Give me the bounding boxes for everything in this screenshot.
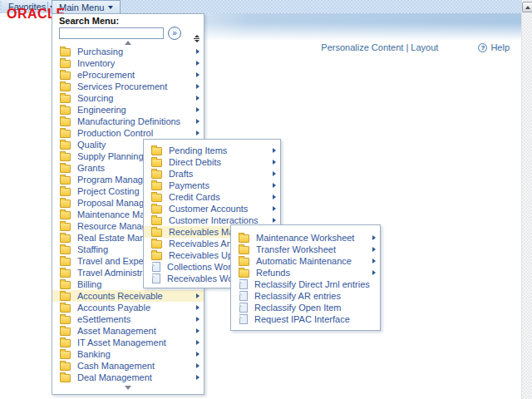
menu-item-label: eProcurement [77, 70, 135, 80]
submenu-arrow-icon [273, 160, 276, 165]
menu-item[interactable]: Reclassify Open Item [231, 302, 380, 313]
folder-icon [60, 153, 71, 161]
menu-item[interactable]: Reclassify Direct Jrnl entries [231, 278, 380, 290]
menu-item[interactable]: Automatic Maintenance [231, 255, 380, 267]
menu-item[interactable]: Reclassify AR entries [231, 290, 380, 302]
menu-item[interactable]: IT Asset Management [52, 337, 204, 348]
menu-item[interactable]: Production Control [52, 127, 204, 139]
folder-icon [60, 106, 71, 115]
menu-item-label: Payments [169, 180, 209, 190]
menu-item[interactable]: Drafts [144, 168, 280, 180]
menu-scroll-down[interactable] [52, 383, 204, 392]
folder-icon [151, 194, 162, 202]
document-icon [239, 291, 248, 301]
menu-item[interactable]: Pending Items [144, 145, 280, 156]
submenu-arrow-icon [196, 305, 200, 310]
menu-item-label: Maintenance Worksheet [256, 233, 354, 243]
menu-item-label: Purchasing [77, 47, 123, 57]
folder-icon [60, 83, 71, 91]
menu-item[interactable]: Services Procurement [52, 81, 204, 92]
menu-resize-handle[interactable] [194, 35, 200, 42]
folder-icon [60, 269, 71, 278]
menu-item-label: Pending Items [169, 145, 227, 155]
folder-icon [239, 246, 249, 254]
menu-item[interactable]: Payments [144, 180, 280, 191]
submenu-arrow-icon [196, 96, 200, 101]
scroll-up-icon [525, 6, 530, 9]
menu-item[interactable]: eProcurement [52, 69, 204, 81]
submenu-arrow-icon [372, 247, 376, 252]
menu-item-label: Cash Management [77, 361, 155, 371]
menu-item[interactable]: Asset Management [52, 325, 204, 337]
folder-icon [60, 141, 71, 150]
submenu-arrow-icon [196, 61, 200, 66]
menu-item-label: Asset Management [77, 326, 156, 336]
vertical-scrollbar[interactable] [521, 0, 532, 399]
menu-item-label: Deal Management [77, 372, 152, 382]
folder-icon [151, 252, 162, 260]
menu-item[interactable]: Cash Management [52, 360, 204, 372]
folder-icon [60, 234, 71, 243]
menu-item[interactable]: Banking [52, 348, 204, 360]
scroll-down-icon [125, 386, 131, 390]
menu-item[interactable]: Refunds [231, 267, 380, 278]
folder-icon [60, 165, 71, 173]
menu-item-label: Supply Planning [77, 151, 144, 161]
help-link[interactable]: ? Help [478, 42, 510, 52]
submenu-arrow-icon [196, 293, 200, 298]
submenu-arrow-icon [196, 131, 200, 135]
document-icon [152, 273, 160, 283]
folder-icon [60, 304, 71, 313]
folder-icon [151, 240, 162, 249]
menu-item[interactable]: Direct Debits [144, 156, 280, 168]
folder-icon [60, 176, 71, 185]
folder-icon [239, 258, 249, 266]
menu-item[interactable]: Purchasing [52, 46, 204, 57]
menu-item[interactable]: Credit Cards [144, 191, 280, 203]
menu-search-input[interactable] [59, 27, 164, 39]
menu-item-label: Services Procurement [77, 81, 167, 91]
resize-bar-icon [194, 38, 200, 39]
scrollbar-up-button[interactable] [522, 2, 532, 12]
menu-scroll-up[interactable] [52, 40, 204, 46]
folder-icon [60, 362, 71, 371]
folder-icon [239, 234, 249, 243]
menu-item[interactable]: Sourcing [52, 92, 204, 104]
submenu-arrow-icon [196, 72, 200, 77]
menu-search-area: Search Menu: » [52, 14, 204, 40]
menu-item[interactable]: Maintenance Worksheet [231, 232, 380, 244]
menu-item-label: Inventory [77, 58, 115, 68]
menu-item[interactable]: Accounts Payable [52, 302, 204, 313]
folder-icon [60, 316, 71, 324]
menu-item-label: Accounts Payable [77, 303, 150, 313]
menu-item[interactable]: Customer Accounts [144, 203, 280, 214]
folder-icon [60, 374, 71, 382]
folder-icon [60, 281, 71, 289]
submenu-arrow-icon [273, 195, 276, 200]
folder-icon [60, 246, 71, 254]
search-menu-label: Search Menu: [59, 16, 197, 26]
submenu-arrow-icon [273, 206, 276, 211]
menu-item[interactable]: Inventory [52, 57, 204, 69]
submenu-arrow-icon [273, 183, 276, 188]
menu-item[interactable]: Engineering [52, 104, 204, 116]
peoplesoft-portal-screen: ORACLE Favorites Main Menu Personalize C… [0, 0, 532, 399]
menu-item[interactable]: Manufacturing Definitions [52, 116, 204, 127]
menu-item-label: IT Asset Management [77, 337, 166, 347]
header-nav-links [420, 15, 515, 27]
help-icon: ? [478, 43, 487, 52]
menu-item[interactable]: eSettlements [52, 313, 204, 325]
menu-item[interactable]: Accounts Receivable [52, 290, 204, 302]
folder-icon [151, 147, 162, 155]
main-menu-label: Main Menu [59, 2, 104, 12]
menu-item[interactable]: Transfer Worksheet [231, 244, 380, 255]
menu-item-label: Engineering [77, 105, 126, 115]
menu-item-label: Quality [77, 140, 106, 150]
folder-icon [60, 118, 71, 126]
search-go-button[interactable]: » [168, 27, 181, 40]
menu-item[interactable]: Request IPAC Interface [231, 313, 380, 325]
menu-item[interactable]: Deal Management [52, 372, 204, 383]
resize-down-icon [195, 40, 200, 42]
folder-icon [60, 328, 71, 336]
personalize-content-link[interactable]: Personalize Content | Layout [321, 42, 438, 52]
